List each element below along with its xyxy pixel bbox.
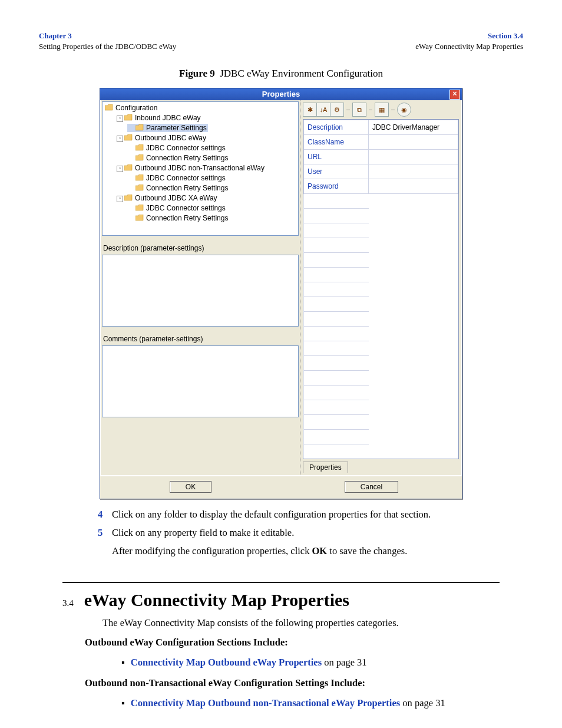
tree-leaf[interactable]: Connection Retry Settings [127,214,229,222]
tree-leaf[interactable]: Parameter Settings [127,124,208,132]
prop-value[interactable] [369,150,458,164]
dialog-title: Properties [262,90,300,98]
close-icon[interactable]: × [449,90,460,100]
tree-leaf[interactable]: JDBC Connector settings [127,174,227,182]
header-section: Section 3.4 [415,31,523,41]
sort-alpha-icon[interactable]: ↓A [317,103,330,117]
step-text: Click on any property field to make it e… [112,526,294,541]
step-continuation: After modifying the configuration proper… [112,544,523,559]
subhead-outbound: Outbound eWay Configuration Sections Inc… [85,635,500,650]
prop-name[interactable]: User [304,164,369,179]
bullet-1: ▪ Connectivity Map Outbound eWay Propert… [121,655,500,670]
prop-value[interactable] [369,135,458,150]
header-chapter: Chapter 3 [39,31,176,41]
bullet-2: ▪ Connectivity Map Outbound non-Transact… [121,696,500,711]
tree-node[interactable]: ◦Outbound JDBC non-Transactional eWay [115,164,266,172]
tree-root[interactable]: Configuration [104,104,158,112]
step-text: Click on any folder to display the defau… [112,508,431,522]
tree-node[interactable]: ◦Inbound JDBC eWay [115,114,202,122]
config-tree[interactable]: Configuration◦Inbound JDBC eWayParameter… [102,101,299,236]
categorized-icon[interactable]: ✱ [303,103,317,117]
comments-box[interactable] [102,345,299,417]
help-icon[interactable]: ◉ [397,103,411,117]
step-number: 5 [98,526,112,541]
tree-leaf[interactable]: JDBC Connector settings [127,144,227,152]
section-number: 3.4 [62,598,74,608]
prop-value[interactable] [369,179,458,194]
link-nontrans-props[interactable]: Connectivity Map Outbound non-Transactio… [131,697,400,709]
ok-button[interactable]: OK [170,481,211,493]
properties-tab[interactable]: Properties [303,462,459,473]
prop-value[interactable] [369,164,458,179]
tree-node[interactable]: ◦Outbound JDBC XA eWay [115,194,219,202]
figure-caption: Figure 9 JDBC eWay Environment Configura… [39,68,523,80]
section-title: eWay Connectivity Map Properties [84,590,349,610]
tree-leaf[interactable]: JDBC Connector settings [127,204,227,212]
prop-name[interactable]: ClassName [304,135,369,150]
subhead-nontrans: Outbound non-Transactional eWay Configur… [85,676,500,691]
prop-value[interactable]: JDBC DriverManager [369,120,458,135]
description-label: Description (parameter-settings) [101,237,300,253]
header-section-sub: eWay Connectivity Map Properties [415,41,523,52]
tree-node[interactable]: ◦Outbound JDBC eWay [115,134,207,142]
cancel-button[interactable]: Cancel [345,481,398,493]
properties-toolbar: ✱ ↓A ⚙ ⧉ ▦ ◉ [300,100,461,119]
tree-leaf[interactable]: Connection Retry Settings [127,154,229,162]
section-intro: The eWay Connectivity Map consists of th… [103,616,500,631]
filter-icon[interactable]: ⧉ [352,103,366,117]
step-number: 4 [98,508,112,522]
property-grid[interactable]: DescriptionJDBC DriverManagerClassNameUR… [303,119,459,459]
comments-label: Comments (parameter-settings) [101,328,300,344]
prop-name[interactable]: Description [304,120,369,135]
tree-leaf[interactable]: Connection Retry Settings [127,184,229,192]
properties-dialog: Properties × Configuration◦Inbound JDBC … [100,88,462,499]
show-advanced-icon[interactable]: ⚙ [330,103,344,117]
link-outbound-props[interactable]: Connectivity Map Outbound eWay Propertie… [131,657,322,668]
header-chapter-sub: Setting Properties of the JDBC/ODBC eWay [39,41,176,52]
dialog-titlebar: Properties × [100,88,462,100]
description-box[interactable] [102,255,299,327]
prop-name[interactable]: Password [304,179,369,194]
prop-name[interactable]: URL [304,150,369,164]
expand-icon[interactable]: ▦ [375,103,389,117]
